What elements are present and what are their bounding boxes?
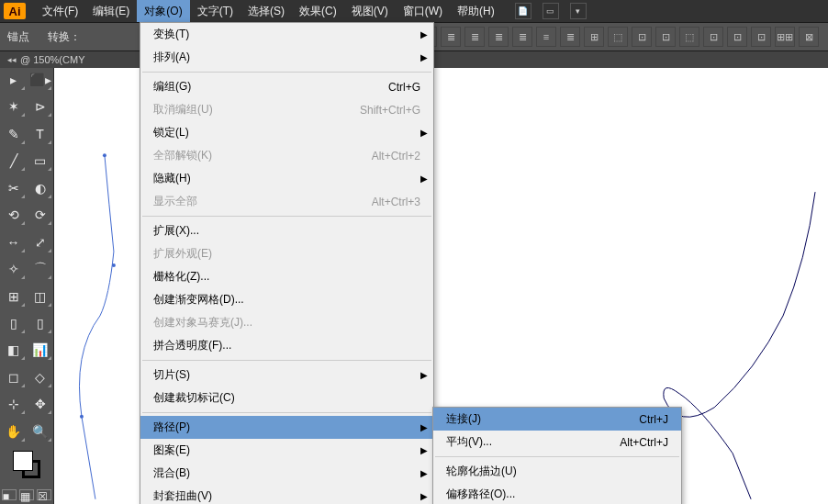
- fill-stroke[interactable]: [0, 446, 53, 483]
- color-mode-icon[interactable]: ▦: [19, 489, 34, 500]
- menu-entry[interactable]: 路径(P)▶: [140, 416, 433, 439]
- menu-item[interactable]: 编辑(E): [85, 0, 137, 22]
- submenu-arrow-icon: ▶: [420, 128, 428, 138]
- menu-entry: 扩展外观(E): [140, 242, 433, 265]
- menu-entry[interactable]: 创建渐变网格(D)...: [140, 288, 433, 311]
- tool[interactable]: ✂: [0, 176, 27, 200]
- tool[interactable]: ⟳: [27, 203, 53, 227]
- tool[interactable]: ✶: [0, 95, 27, 118]
- control-icon[interactable]: ≣: [488, 27, 509, 47]
- menubar-icon[interactable]: 📄: [515, 3, 531, 19]
- tool[interactable]: ⌒: [27, 257, 53, 281]
- tool[interactable]: ⊳: [27, 95, 53, 118]
- tool[interactable]: ⊞: [0, 285, 27, 308]
- menu-entry[interactable]: 隐藏(H)▶: [140, 167, 433, 190]
- tool[interactable]: ◫: [27, 285, 53, 308]
- menu-item[interactable]: 效果(C): [292, 0, 344, 22]
- control-icon[interactable]: ≡: [536, 27, 556, 47]
- tool[interactable]: ✋: [0, 420, 27, 443]
- color-mode-icon[interactable]: ■: [2, 489, 17, 500]
- control-icon[interactable]: ⊡: [632, 27, 652, 47]
- control-icon[interactable]: ⊡: [727, 27, 747, 47]
- menu-item[interactable]: 对象(O): [137, 0, 189, 22]
- menu-entry[interactable]: 封套扭曲(V)▶: [140, 485, 433, 504]
- svg-point-0: [103, 153, 106, 157]
- menu-path-submenu: 连接(J)Ctrl+J平均(V)...Alt+Ctrl+J轮廓化描边(U)偏移路…: [432, 407, 682, 504]
- collapse-icon[interactable]: ◂◂: [7, 55, 17, 64]
- control-icon[interactable]: ⊡: [655, 27, 676, 47]
- tool[interactable]: ▯: [27, 311, 53, 335]
- tool[interactable]: ⟲: [0, 203, 27, 227]
- menubar-icon[interactable]: ▭: [543, 3, 559, 19]
- menu-entry[interactable]: 创建裁切标记(C): [140, 386, 433, 409]
- menu-entry-label: 封套扭曲(V): [153, 488, 212, 504]
- tool[interactable]: ▭: [27, 149, 53, 173]
- tool[interactable]: ▯: [0, 311, 27, 335]
- control-icon[interactable]: ≣: [560, 27, 580, 47]
- menu-item[interactable]: 文件(F): [35, 0, 85, 22]
- tool[interactable]: ◇: [27, 365, 53, 389]
- tool[interactable]: ▸: [0, 68, 27, 92]
- control-icon[interactable]: ⊡: [703, 27, 723, 47]
- menu-entry[interactable]: 切片(S)▶: [140, 364, 433, 386]
- menu-entry-label: 全部解锁(K): [153, 148, 212, 163]
- menu-entry-label: 扩展外观(E): [153, 246, 212, 262]
- menu-entry-label: 混合(B): [153, 465, 190, 481]
- menu-entry[interactable]: 变换(T)▶: [140, 23, 433, 46]
- menu-entry[interactable]: 拼合透明度(F)...: [140, 334, 433, 357]
- menu-item[interactable]: 文字(T): [190, 0, 241, 22]
- tool[interactable]: ◧: [0, 338, 27, 362]
- menu-entry[interactable]: 图案(E)▶: [140, 439, 433, 462]
- control-icon[interactable]: ⊠: [799, 27, 819, 47]
- tool[interactable]: ◻: [0, 365, 27, 389]
- menu-entry[interactable]: 轮廓化描边(U): [433, 460, 681, 483]
- color-mode-icon[interactable]: ☒: [37, 489, 51, 500]
- menu-entry[interactable]: 扩展(X)...: [140, 219, 433, 242]
- menu-entry[interactable]: 偏移路径(O)...: [433, 483, 681, 504]
- tool[interactable]: ↔: [0, 230, 27, 254]
- menu-shortcut: Alt+Ctrl+J: [620, 436, 668, 449]
- submenu-arrow-icon: ▶: [420, 422, 428, 432]
- tool[interactable]: T: [27, 122, 53, 146]
- menu-item[interactable]: 选择(S): [241, 0, 292, 22]
- menu-item[interactable]: 帮助(H): [450, 0, 502, 22]
- menu-entry[interactable]: 锁定(L)▶: [140, 121, 433, 144]
- menu-entry-label: 创建对象马赛克(J)...: [153, 315, 252, 330]
- menubar-icon[interactable]: ▾: [570, 3, 587, 19]
- menu-entry-label: 图案(E): [153, 442, 190, 458]
- tool[interactable]: ◐: [27, 176, 53, 200]
- menu-entry[interactable]: 混合(B)▶: [140, 462, 433, 485]
- anchor-label: 锚点: [7, 29, 29, 45]
- control-icon[interactable]: ⊡: [751, 27, 771, 47]
- menu-entry-label: 轮廓化描边(U): [446, 464, 517, 479]
- control-icon[interactable]: ≣: [512, 27, 532, 47]
- tool[interactable]: ⬛▸: [27, 68, 53, 92]
- menu-entry[interactable]: 连接(J)Ctrl+J: [433, 408, 681, 431]
- tool[interactable]: ⤢: [27, 230, 53, 254]
- control-icon[interactable]: ⬚: [679, 27, 699, 47]
- tool[interactable]: 📊: [27, 338, 53, 362]
- menubar-icons: 📄 ▭ ▾: [515, 3, 587, 19]
- tool[interactable]: ✧: [0, 257, 27, 281]
- menu-separator: [142, 216, 431, 217]
- tool[interactable]: ✥: [27, 392, 53, 416]
- control-icon[interactable]: ⊞: [584, 27, 604, 47]
- menu-item[interactable]: 窗口(W): [396, 0, 450, 22]
- menu-shortcut: Alt+Ctrl+3: [372, 196, 420, 208]
- menu-item[interactable]: 视图(V): [344, 0, 396, 22]
- menu-separator: [435, 456, 679, 457]
- tool[interactable]: ╱: [0, 149, 27, 173]
- control-icon[interactable]: ≣: [464, 27, 485, 47]
- menu-separator: [142, 412, 431, 413]
- menu-entry-label: 切片(S): [153, 367, 190, 383]
- control-icon[interactable]: ⬚: [608, 27, 628, 47]
- control-icon[interactable]: ⊞⊞: [775, 27, 795, 47]
- control-icon[interactable]: ≣: [441, 27, 461, 47]
- tool[interactable]: ⊹: [0, 392, 27, 416]
- menu-entry[interactable]: 编组(G)Ctrl+G: [140, 75, 433, 98]
- tool[interactable]: ✎: [0, 122, 27, 146]
- menu-entry[interactable]: 排列(A)▶: [140, 46, 433, 69]
- menu-entry[interactable]: 栅格化(Z)...: [140, 265, 433, 288]
- tool[interactable]: 🔍: [27, 420, 53, 443]
- menu-entry[interactable]: 平均(V)...Alt+Ctrl+J: [433, 431, 681, 454]
